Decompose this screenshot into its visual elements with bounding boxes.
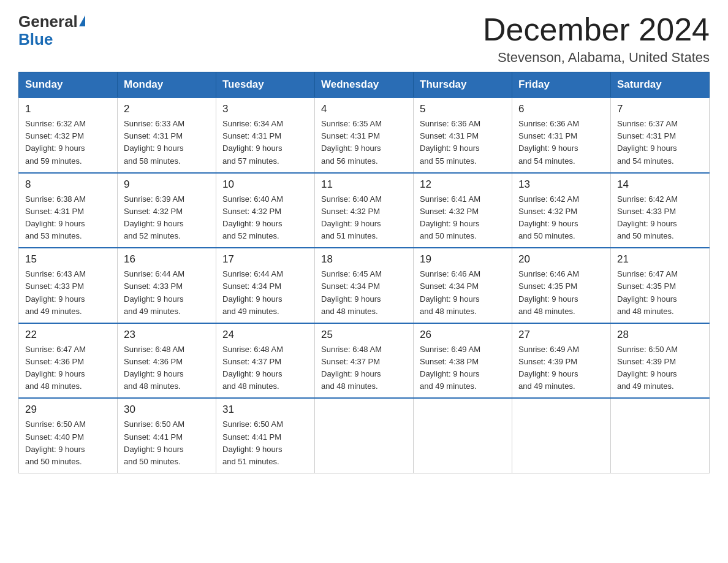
day-info: Sunrise: 6:50 AMSunset: 4:41 PMDaylight:… [222,418,308,468]
day-info: Sunrise: 6:50 AMSunset: 4:39 PMDaylight:… [617,343,703,393]
day-info: Sunrise: 6:48 AMSunset: 4:37 PMDaylight:… [222,343,308,393]
day-cell-23: 23Sunrise: 6:48 AMSunset: 4:36 PMDayligh… [118,323,216,399]
day-number: 1 [25,103,111,115]
day-cell-8: 8Sunrise: 6:38 AMSunset: 4:31 PMDaylight… [19,173,118,248]
day-info: Sunrise: 6:46 AMSunset: 4:34 PMDaylight:… [420,268,506,318]
day-info: Sunrise: 6:33 AMSunset: 4:31 PMDaylight:… [124,118,210,167]
logo: General Blue [18,12,85,49]
day-cell-13: 13Sunrise: 6:42 AMSunset: 4:32 PMDayligh… [512,173,611,248]
week-row-3: 15Sunrise: 6:43 AMSunset: 4:33 PMDayligh… [19,248,710,323]
day-info: Sunrise: 6:40 AMSunset: 4:32 PMDaylight:… [321,193,407,243]
day-number: 8 [25,178,111,191]
day-cell-31: 31Sunrise: 6:50 AMSunset: 4:41 PMDayligh… [216,398,315,473]
week-row-1: 1Sunrise: 6:32 AMSunset: 4:32 PMDaylight… [19,98,710,173]
day-info: Sunrise: 6:47 AMSunset: 4:36 PMDaylight:… [25,343,111,393]
day-number: 18 [321,253,407,266]
location-title: Stevenson, Alabama, United States [483,50,710,66]
day-info: Sunrise: 6:43 AMSunset: 4:33 PMDaylight:… [25,268,111,318]
day-cell-19: 19Sunrise: 6:46 AMSunset: 4:34 PMDayligh… [414,248,512,323]
empty-cell [512,398,611,473]
day-cell-14: 14Sunrise: 6:42 AMSunset: 4:33 PMDayligh… [611,173,710,248]
day-info: Sunrise: 6:45 AMSunset: 4:34 PMDaylight:… [321,268,407,318]
day-info: Sunrise: 6:39 AMSunset: 4:32 PMDaylight:… [124,193,210,243]
day-number: 24 [222,329,308,341]
week-row-2: 8Sunrise: 6:38 AMSunset: 4:31 PMDaylight… [19,173,710,248]
day-cell-27: 27Sunrise: 6:49 AMSunset: 4:39 PMDayligh… [512,323,611,399]
day-number: 13 [518,178,604,191]
day-number: 30 [124,404,210,416]
empty-cell [414,398,512,473]
logo-triangle-icon [79,15,85,26]
day-cell-1: 1Sunrise: 6:32 AMSunset: 4:32 PMDaylight… [19,98,118,173]
day-info: Sunrise: 6:50 AMSunset: 4:41 PMDaylight:… [124,418,210,468]
day-number: 3 [222,103,308,115]
day-cell-16: 16Sunrise: 6:44 AMSunset: 4:33 PMDayligh… [118,248,216,323]
day-cell-30: 30Sunrise: 6:50 AMSunset: 4:41 PMDayligh… [118,398,216,473]
week-row-5: 29Sunrise: 6:50 AMSunset: 4:40 PMDayligh… [19,398,710,473]
day-number: 14 [617,178,703,191]
day-cell-26: 26Sunrise: 6:49 AMSunset: 4:38 PMDayligh… [414,323,512,399]
week-row-4: 22Sunrise: 6:47 AMSunset: 4:36 PMDayligh… [19,323,710,399]
day-cell-21: 21Sunrise: 6:47 AMSunset: 4:35 PMDayligh… [611,248,710,323]
day-number: 12 [420,178,506,191]
day-info: Sunrise: 6:36 AMSunset: 4:31 PMDaylight:… [420,118,506,167]
day-cell-24: 24Sunrise: 6:48 AMSunset: 4:37 PMDayligh… [216,323,315,399]
day-cell-6: 6Sunrise: 6:36 AMSunset: 4:31 PMDaylight… [512,98,611,173]
day-info: Sunrise: 6:35 AMSunset: 4:31 PMDaylight:… [321,118,407,167]
day-number: 28 [617,329,703,341]
day-cell-10: 10Sunrise: 6:40 AMSunset: 4:32 PMDayligh… [216,173,315,248]
day-info: Sunrise: 6:40 AMSunset: 4:32 PMDaylight:… [222,193,308,243]
day-number: 9 [124,178,210,191]
weekday-header-monday: Monday [118,72,216,98]
day-cell-20: 20Sunrise: 6:46 AMSunset: 4:35 PMDayligh… [512,248,611,323]
day-cell-9: 9Sunrise: 6:39 AMSunset: 4:32 PMDaylight… [118,173,216,248]
day-number: 15 [25,253,111,266]
day-cell-18: 18Sunrise: 6:45 AMSunset: 4:34 PMDayligh… [315,248,414,323]
day-info: Sunrise: 6:37 AMSunset: 4:31 PMDaylight:… [617,118,703,167]
day-cell-12: 12Sunrise: 6:41 AMSunset: 4:32 PMDayligh… [414,173,512,248]
day-info: Sunrise: 6:48 AMSunset: 4:36 PMDaylight:… [124,343,210,393]
day-number: 26 [420,329,506,341]
day-cell-2: 2Sunrise: 6:33 AMSunset: 4:31 PMDaylight… [118,98,216,173]
day-info: Sunrise: 6:48 AMSunset: 4:37 PMDaylight:… [321,343,407,393]
day-number: 31 [222,404,308,416]
month-title: December 2024 [483,12,710,47]
day-cell-15: 15Sunrise: 6:43 AMSunset: 4:33 PMDayligh… [19,248,118,323]
day-number: 19 [420,253,506,266]
day-number: 27 [518,329,604,341]
weekday-header-saturday: Saturday [611,72,710,98]
day-info: Sunrise: 6:49 AMSunset: 4:39 PMDaylight:… [518,343,604,393]
day-cell-25: 25Sunrise: 6:48 AMSunset: 4:37 PMDayligh… [315,323,414,399]
day-cell-11: 11Sunrise: 6:40 AMSunset: 4:32 PMDayligh… [315,173,414,248]
day-number: 5 [420,103,506,115]
day-number: 25 [321,329,407,341]
calendar-table: SundayMondayTuesdayWednesdayThursdayFrid… [18,72,710,473]
weekday-header-tuesday: Tuesday [216,72,315,98]
day-info: Sunrise: 6:42 AMSunset: 4:33 PMDaylight:… [617,193,703,243]
weekday-header-row: SundayMondayTuesdayWednesdayThursdayFrid… [19,72,710,98]
weekday-header-friday: Friday [512,72,611,98]
weekday-header-sunday: Sunday [19,72,118,98]
day-cell-17: 17Sunrise: 6:44 AMSunset: 4:34 PMDayligh… [216,248,315,323]
day-number: 21 [617,253,703,266]
day-info: Sunrise: 6:38 AMSunset: 4:31 PMDaylight:… [25,193,111,243]
day-info: Sunrise: 6:47 AMSunset: 4:35 PMDaylight:… [617,268,703,318]
day-info: Sunrise: 6:44 AMSunset: 4:33 PMDaylight:… [124,268,210,318]
day-number: 6 [518,103,604,115]
day-cell-29: 29Sunrise: 6:50 AMSunset: 4:40 PMDayligh… [19,398,118,473]
day-cell-22: 22Sunrise: 6:47 AMSunset: 4:36 PMDayligh… [19,323,118,399]
logo-general: General [18,12,78,31]
logo-blue: Blue [18,30,53,49]
day-info: Sunrise: 6:36 AMSunset: 4:31 PMDaylight:… [518,118,604,167]
day-cell-28: 28Sunrise: 6:50 AMSunset: 4:39 PMDayligh… [611,323,710,399]
day-cell-3: 3Sunrise: 6:34 AMSunset: 4:31 PMDaylight… [216,98,315,173]
weekday-header-thursday: Thursday [414,72,512,98]
day-number: 7 [617,103,703,115]
page-header: General Blue December 2024 Stevenson, Al… [18,12,710,66]
title-section: December 2024 Stevenson, Alabama, United… [483,12,710,66]
empty-cell [315,398,414,473]
day-info: Sunrise: 6:32 AMSunset: 4:32 PMDaylight:… [25,118,111,167]
day-info: Sunrise: 6:41 AMSunset: 4:32 PMDaylight:… [420,193,506,243]
day-number: 4 [321,103,407,115]
day-number: 29 [25,404,111,416]
